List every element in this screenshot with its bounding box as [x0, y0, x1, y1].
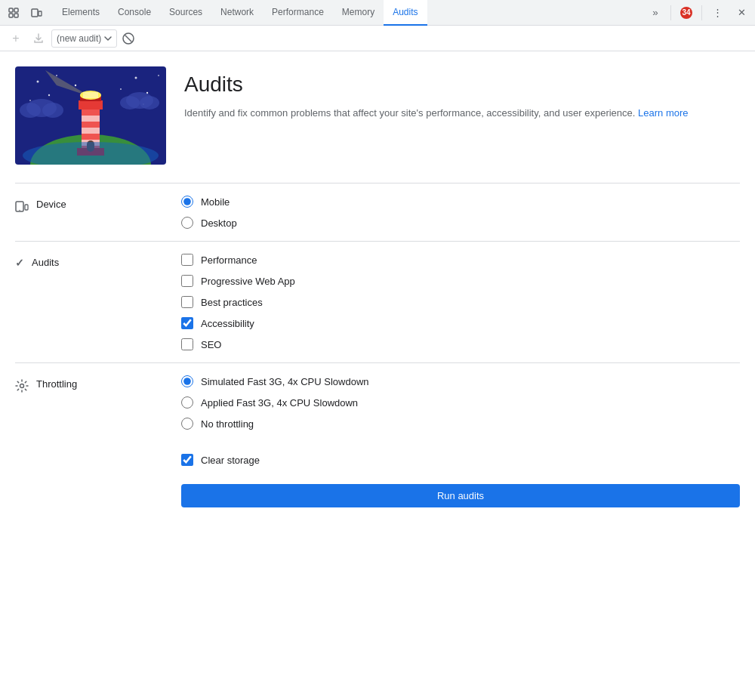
- clear-storage-label: Clear storage: [201, 455, 260, 466]
- throttling-applied-fast3g-label: Applied Fast 3G, 4x CPU Slowdown: [201, 397, 358, 409]
- svg-point-41: [20, 384, 24, 388]
- audit-pwa-input[interactable]: [181, 275, 193, 287]
- audit-accessibility-checkbox[interactable]: Accessibility: [181, 317, 740, 329]
- svg-point-10: [56, 75, 57, 76]
- divider: [670, 5, 671, 20]
- audit-performance-label: Performance: [201, 254, 257, 266]
- audit-best-practices-checkbox[interactable]: Best practices: [181, 296, 740, 308]
- more-tabs-btn[interactable]: »: [645, 2, 666, 23]
- run-audits-button[interactable]: Run audits: [181, 484, 740, 507]
- audit-seo-input[interactable]: [181, 338, 193, 350]
- main-content: Audits Identify and fix common problems …: [0, 51, 755, 538]
- svg-point-13: [120, 88, 122, 90]
- hero-text: Audits Identify and fix common problems …: [184, 66, 689, 122]
- hero-description: Identify and fix common problems that af…: [184, 106, 689, 122]
- throttling-no-throttle-label: No throttling: [201, 418, 254, 430]
- clear-storage-input[interactable]: [181, 454, 193, 466]
- inspect-icon-btn[interactable]: [3, 2, 24, 23]
- audits-label: ✓ Audits: [15, 254, 181, 350]
- svg-point-11: [75, 85, 76, 86]
- svg-point-24: [140, 96, 159, 109]
- audit-best-practices-label: Best practices: [201, 297, 263, 308]
- device-desktop-label: Desktop: [201, 217, 237, 229]
- audit-performance-checkbox[interactable]: Performance: [181, 254, 740, 266]
- audits-options: Performance Progressive Web App Best pra…: [181, 254, 740, 350]
- throttling-sim-fast3g-input[interactable]: [181, 375, 193, 387]
- stop-btn[interactable]: [120, 30, 137, 47]
- throttling-applied-fast3g-input[interactable]: [181, 396, 193, 409]
- device-mobile-radio[interactable]: Mobile: [181, 196, 740, 208]
- audit-seo-checkbox[interactable]: SEO: [181, 338, 740, 350]
- svg-point-21: [42, 103, 63, 118]
- svg-point-16: [29, 100, 31, 101]
- svg-point-39: [19, 210, 20, 211]
- audit-accessibility-label: Accessibility: [201, 318, 254, 329]
- svg-rect-1: [14, 8, 18, 12]
- audit-pwa-label: Progressive Web App: [201, 276, 295, 287]
- gear-icon: [15, 379, 29, 396]
- device-desktop-radio[interactable]: Desktop: [181, 217, 740, 229]
- device-mobile-input[interactable]: [181, 196, 193, 208]
- add-audit-btn[interactable]: +: [6, 29, 26, 48]
- more-options-btn[interactable]: ⋮: [707, 2, 728, 23]
- svg-rect-0: [9, 8, 13, 12]
- close-devtools-btn[interactable]: ✕: [731, 2, 752, 23]
- device-icon: [15, 199, 29, 213]
- svg-point-15: [158, 75, 159, 76]
- audit-select-dropdown[interactable]: (new audit): [51, 29, 117, 48]
- tab-console[interactable]: Console: [109, 0, 160, 26]
- svg-point-17: [48, 94, 50, 96]
- learn-more-link[interactable]: Learn more: [638, 107, 688, 119]
- throttling-section: Throttling Simulated Fast 3G, 4x CPU Slo…: [15, 362, 740, 442]
- audits-section: ✓ Audits Performance Progressive Web App…: [15, 241, 740, 362]
- tab-bar-right: » 34 ⋮ ✕: [645, 2, 752, 23]
- svg-rect-40: [25, 205, 28, 210]
- divider2: [701, 5, 702, 20]
- svg-point-9: [37, 81, 39, 83]
- checkmark-icon: ✓: [15, 257, 24, 269]
- error-badge-btn[interactable]: 34: [676, 5, 697, 20]
- svg-point-23: [120, 96, 140, 109]
- tab-bar-left-icons: [3, 2, 47, 23]
- page-title: Audits: [184, 72, 689, 97]
- tab-elements[interactable]: Elements: [53, 0, 109, 26]
- audit-performance-input[interactable]: [181, 254, 193, 266]
- clear-storage-checkbox[interactable]: Clear storage: [181, 454, 740, 466]
- svg-rect-5: [39, 11, 42, 16]
- tab-memory[interactable]: Memory: [333, 0, 384, 26]
- svg-rect-27: [82, 116, 100, 122]
- throttling-no-throttle-input[interactable]: [181, 418, 193, 430]
- audit-accessibility-input[interactable]: [181, 317, 193, 329]
- audits-label-text: Audits: [32, 257, 59, 268]
- svg-rect-2: [9, 14, 13, 17]
- error-dot: 34: [680, 7, 692, 19]
- tab-network[interactable]: Network: [211, 0, 263, 26]
- audit-pwa-checkbox[interactable]: Progressive Web App: [181, 275, 740, 287]
- device-mobile-label: Mobile: [201, 196, 230, 208]
- device-toggle-btn[interactable]: [26, 2, 47, 23]
- throttling-no-throttle-radio[interactable]: No throttling: [181, 418, 740, 430]
- svg-line-7: [125, 35, 131, 42]
- svg-rect-3: [14, 14, 18, 17]
- lighthouse-illustration: [15, 66, 166, 165]
- audits-toolbar: + (new audit): [0, 26, 755, 51]
- svg-rect-30: [79, 100, 103, 109]
- throttling-sim-fast3g-radio[interactable]: Simulated Fast 3G, 4x CPU Slowdown: [181, 375, 740, 387]
- download-audit-btn[interactable]: [29, 29, 48, 48]
- device-label: Device: [15, 196, 181, 229]
- svg-rect-28: [82, 128, 100, 134]
- throttling-options: Simulated Fast 3G, 4x CPU Slowdown Appli…: [181, 375, 740, 430]
- clear-storage-section: Clear storage Run audits: [181, 442, 740, 507]
- audit-best-practices-input[interactable]: [181, 296, 193, 308]
- tab-sources[interactable]: Sources: [160, 0, 211, 26]
- device-desktop-input[interactable]: [181, 217, 193, 229]
- tab-performance[interactable]: Performance: [263, 0, 333, 26]
- throttling-applied-fast3g-radio[interactable]: Applied Fast 3G, 4x CPU Slowdown: [181, 396, 740, 409]
- hero-section: Audits Identify and fix common problems …: [15, 66, 740, 183]
- device-section: Device Mobile Desktop: [15, 183, 740, 241]
- device-options: Mobile Desktop: [181, 196, 740, 229]
- tab-audits[interactable]: Audits: [384, 0, 427, 26]
- svg-rect-33: [83, 92, 98, 98]
- throttling-label-text: Throttling: [36, 378, 77, 390]
- svg-rect-4: [32, 9, 38, 17]
